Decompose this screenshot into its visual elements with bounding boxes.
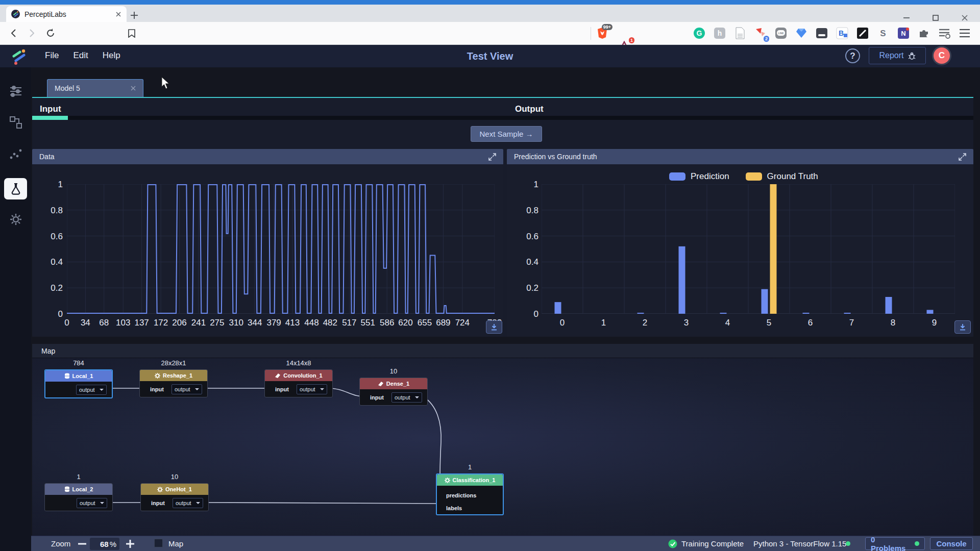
y-tick-label: 0.8: [513, 206, 538, 216]
problems-button[interactable]: 0 Problems: [865, 537, 925, 550]
svg-text:B: B: [839, 29, 844, 37]
model-map-canvas[interactable]: 784 Local_1 output 28x28x1 Reshape_1 inp…: [32, 358, 973, 536]
y-tick-label: 0.2: [513, 283, 538, 293]
brave-shield-icon[interactable]: 99+: [596, 27, 609, 40]
line-icon[interactable]: LINE: [774, 27, 788, 40]
sidebar-item-model-hub[interactable]: [9, 85, 22, 98]
output-dropdown[interactable]: output: [172, 384, 202, 394]
layers-icon: [378, 381, 384, 387]
predictions-port[interactable]: predictions: [437, 489, 503, 502]
node-header[interactable]: Reshape_1: [140, 370, 207, 381]
node-onehot-1[interactable]: OneHot_1 input output: [140, 483, 209, 511]
input-port-label[interactable]: input: [150, 386, 164, 392]
annotator-icon[interactable]: 2: [754, 27, 767, 40]
node-dense-1[interactable]: Dense_1 input output: [359, 378, 428, 406]
input-port-label[interactable]: input: [151, 500, 165, 506]
puzzle-icon[interactable]: [917, 27, 930, 40]
input-port-label[interactable]: input: [370, 394, 384, 400]
x-tick-label: 8: [891, 318, 895, 328]
node-header[interactable]: Convolution_1: [265, 370, 332, 381]
download-chart-button[interactable]: [954, 320, 971, 334]
browser-tab[interactable]: PerceptiLabs: [6, 6, 127, 22]
x-tick-label: 0: [64, 318, 69, 328]
window-close-button[interactable]: [957, 13, 972, 23]
output-dropdown[interactable]: output: [391, 392, 422, 403]
y-tick-label: 0.4: [37, 257, 63, 267]
output-dropdown[interactable]: output: [173, 498, 203, 508]
node-header[interactable]: Classification_1: [437, 474, 503, 486]
zoom-out-button[interactable]: [78, 542, 86, 545]
x-tick-label: 241: [191, 318, 206, 328]
x-tick-label: 68: [99, 318, 109, 328]
zoom-in-button[interactable]: [126, 540, 134, 548]
profile-list-icon[interactable]: [938, 27, 951, 40]
tab-close-icon[interactable]: [115, 11, 121, 17]
x-tick-label: 551: [361, 318, 375, 328]
back-button[interactable]: [6, 26, 21, 41]
tab-model-close-icon[interactable]: [131, 86, 136, 91]
node-header[interactable]: Local_2: [45, 484, 112, 495]
prediction-bar-chart: [542, 184, 955, 314]
next-sample-button[interactable]: Next Sample →: [471, 126, 542, 142]
s-ext-icon[interactable]: S: [876, 27, 890, 40]
node-header[interactable]: Local_1: [45, 370, 112, 382]
expand-icon[interactable]: [488, 153, 496, 161]
output-dropdown[interactable]: output: [297, 384, 327, 394]
new-tab-button[interactable]: [131, 12, 138, 19]
zoom-value: 68%: [90, 538, 119, 550]
labels-port[interactable]: labels: [437, 502, 503, 514]
expand-icon[interactable]: [959, 153, 966, 161]
x-tick-label: 172: [154, 318, 168, 328]
tab-model-5[interactable]: Model 5: [47, 79, 143, 97]
zoom-label: Zoom: [51, 539, 70, 548]
y-tick-label: 0.2: [37, 283, 63, 293]
x-tick-label: 586: [380, 318, 394, 328]
document-icon[interactable]: [733, 27, 747, 40]
console-button[interactable]: Console: [930, 537, 973, 550]
bookmark-icon[interactable]: [124, 26, 139, 41]
report-button[interactable]: Report: [869, 47, 926, 64]
node-header[interactable]: Dense_1: [360, 378, 427, 389]
node-local-2[interactable]: Local_2 output: [44, 483, 113, 511]
output-dropdown[interactable]: output: [77, 498, 107, 508]
sidebar-item-test-active[interactable]: [4, 178, 27, 199]
download-chart-button[interactable]: [486, 320, 502, 334]
sidebar-item-modeling[interactable]: [9, 116, 22, 129]
data-series-line: [67, 185, 495, 313]
y-tick-label: 0.6: [513, 232, 538, 242]
help-button[interactable]: ?: [845, 48, 860, 63]
bq-icon[interactable]: B: [836, 27, 849, 40]
node-local-1[interactable]: Local_1 output: [44, 369, 113, 398]
x-tick-label: 448: [304, 318, 318, 328]
annotator-badge: 2: [764, 36, 769, 42]
forward-button[interactable]: [24, 26, 39, 41]
input-port-label[interactable]: input: [275, 386, 289, 392]
maximize-button[interactable]: [928, 13, 943, 23]
x-tick-label: 655: [418, 318, 432, 328]
tray-icon[interactable]: [815, 27, 828, 40]
sidebar-item-settings[interactable]: [9, 213, 22, 226]
output-dropdown[interactable]: output: [76, 385, 107, 395]
node-header[interactable]: OneHot_1: [141, 484, 208, 495]
svg-text:G: G: [697, 29, 702, 37]
slash-icon[interactable]: [856, 27, 869, 40]
grammarly-icon[interactable]: G: [693, 27, 706, 40]
triangle-badge: 1: [629, 37, 634, 43]
output-section-label: Output: [515, 104, 544, 114]
user-avatar[interactable]: C: [932, 46, 951, 65]
notebook-icon[interactable]: N: [897, 27, 910, 40]
map-checkbox[interactable]: [154, 539, 163, 547]
sidebar-item-statistics[interactable]: [9, 147, 22, 160]
gem-icon[interactable]: [795, 27, 808, 40]
node-convolution-1[interactable]: Convolution_1 input output: [264, 369, 333, 397]
x-tick-label: 517: [342, 318, 356, 328]
map-toggle-label[interactable]: Map: [168, 539, 183, 548]
minimize-button[interactable]: [899, 13, 914, 23]
node-classification-1[interactable]: Classification_1 predictions labels: [436, 473, 504, 515]
reload-button[interactable]: [43, 26, 58, 41]
node-reshape-1[interactable]: Reshape_1 input output: [139, 369, 208, 397]
menu-icon[interactable]: [958, 27, 971, 40]
prediction-panel-header: Prediction vs Ground truth: [507, 149, 973, 164]
ground-truth-swatch: [746, 172, 762, 181]
honey-icon[interactable]: h: [713, 27, 726, 40]
